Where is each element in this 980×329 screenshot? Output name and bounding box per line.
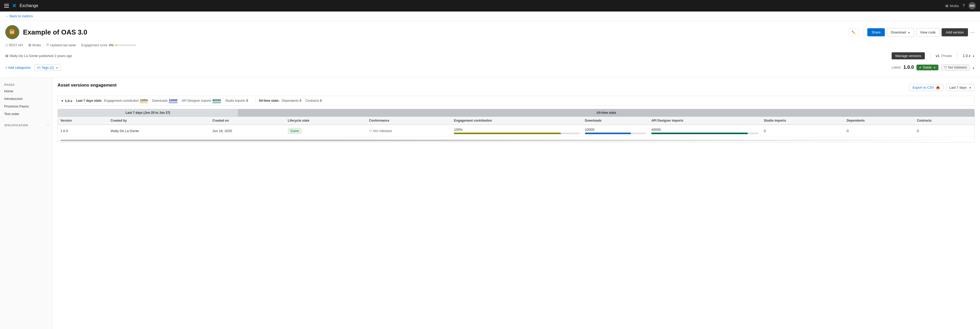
export-row: Asset versions engagement Export to CSV … bbox=[57, 83, 975, 92]
engagement-table: Last 7 days (Jun 20 to Jun 27) All-time … bbox=[57, 109, 975, 143]
col-downloads: Downloads bbox=[582, 117, 649, 125]
main-layout: PAGES Home Introduccion Proximos Pasos T… bbox=[0, 78, 980, 329]
content-area: Asset versions engagement Export to CSV … bbox=[52, 78, 980, 329]
sidebar-item-test-order[interactable]: Test order bbox=[0, 110, 52, 118]
conformance-badge: 🛡 Not Validated bbox=[369, 129, 449, 133]
add-categories-button[interactable]: + Add categories bbox=[5, 66, 30, 70]
collapse-button[interactable] bbox=[972, 65, 975, 70]
col-created-on: Created on bbox=[210, 117, 285, 125]
last7-header: Last 7 days (Jun 20 to Jun 27) bbox=[58, 109, 238, 117]
add-version-button[interactable]: Add version bbox=[942, 28, 968, 37]
sidebar-specification-section: SPECIFICATION ⋯ bbox=[0, 122, 52, 128]
stat-studio-imports: Studio imports 0 bbox=[225, 99, 248, 103]
version-chevron-icon bbox=[972, 54, 975, 58]
more-options-button[interactable]: ⋯ bbox=[970, 29, 975, 35]
engagement-bar bbox=[115, 45, 136, 46]
sidebar-item-introduccion[interactable]: Introduccion bbox=[0, 95, 52, 103]
api-designer-progress bbox=[651, 133, 759, 134]
engagement-progress bbox=[454, 133, 580, 134]
cell-conformance: 🛡 Not Validated bbox=[367, 125, 451, 137]
cell-dependents: 0 bbox=[844, 125, 914, 137]
time-range-button[interactable]: Last 7 days bbox=[946, 84, 975, 91]
sidebar: PAGES Home Introduccion Proximos Pasos T… bbox=[0, 78, 52, 329]
stats-version[interactable]: ▾ 1.0.x bbox=[62, 99, 72, 103]
cell-studio: 0 bbox=[761, 125, 844, 137]
asset-updated: ⏱ Updated last week bbox=[46, 43, 76, 47]
stable-icon: ✔ bbox=[919, 66, 922, 69]
api-icon: ⬡ bbox=[5, 43, 8, 47]
logo-icon: ✕ bbox=[12, 3, 16, 9]
cell-created-on: Jun 16, 2020 bbox=[210, 125, 285, 137]
sidebar-item-proximos-pasos[interactable]: Proximos Pasos bbox=[0, 103, 52, 110]
published-icon: 🏛 bbox=[5, 54, 9, 58]
export-icon: 📥 bbox=[936, 86, 940, 89]
stat-api-imports: API Designer imports 40000 bbox=[182, 99, 221, 103]
downloads-progress bbox=[585, 133, 646, 134]
shield-icon: 🛡 bbox=[369, 129, 372, 133]
cell-api-designer: 40000 bbox=[649, 125, 761, 137]
breadcrumb[interactable]: ← Back to metrics bbox=[0, 11, 980, 21]
logo-text: Exchange bbox=[20, 3, 38, 8]
col-conformance: Conformance bbox=[367, 117, 451, 125]
tag-icon: 🏷 bbox=[37, 66, 41, 70]
table-scrollbar[interactable] bbox=[58, 137, 975, 142]
col-lifecycle: Lifecycle state bbox=[285, 117, 367, 125]
stable-badge[interactable]: ✔ Stable bbox=[916, 65, 939, 70]
asset-name: Example of OAS 3.0 bbox=[23, 28, 88, 37]
version-row: 🏛 Wally De La Gente published 3 years ag… bbox=[5, 49, 975, 62]
table-header-groups: Last 7 days (Jun 20 to Jun 27) All-time … bbox=[58, 109, 975, 117]
tags-chevron-icon bbox=[55, 66, 58, 70]
table-row: 1.0.0 Wally De La Gente Jun 16, 2020 Sta… bbox=[58, 125, 975, 137]
share-button[interactable]: Share bbox=[867, 28, 885, 37]
stat-contracts: Contracts 0 bbox=[305, 99, 321, 103]
stats-divider bbox=[255, 98, 256, 103]
sidebar-pages-section: PAGES bbox=[0, 82, 52, 87]
api-designer-progress-fill bbox=[651, 133, 748, 134]
latest-label: Latest bbox=[892, 65, 901, 69]
last7-label: Last 7 days stats: bbox=[76, 99, 102, 103]
engagement-value: 100% bbox=[140, 99, 148, 103]
asset-header: 🏛 Example of OAS 3.0 ✏️ Share Download V… bbox=[0, 21, 980, 78]
asset-meta: ⬡ REST API 🏛 Mulita ⏱ Updated last week … bbox=[5, 41, 975, 49]
stat-engagement: Engagement contribution 100% bbox=[104, 99, 148, 103]
alltime-label: All-time stats: bbox=[259, 99, 280, 103]
sidebar-more-icon[interactable]: ⋯ bbox=[46, 124, 50, 127]
versions-table: Version Created by Created on Lifecycle … bbox=[58, 117, 975, 137]
downloads-value: 10000 bbox=[169, 99, 177, 103]
asset-type: ⬡ REST API bbox=[5, 43, 23, 47]
user-avatar[interactable]: WD bbox=[969, 2, 976, 10]
latest-version: 1.0.0 bbox=[904, 65, 914, 70]
manage-versions-button[interactable]: Manage versions bbox=[892, 52, 925, 59]
col-studio: Studio imports bbox=[761, 117, 844, 125]
cell-created-by: Wally De La Gente bbox=[108, 125, 210, 137]
horizontal-scrollbar[interactable] bbox=[60, 140, 972, 141]
cell-lifecycle: Stable bbox=[285, 125, 367, 137]
sidebar-item-home[interactable]: Home bbox=[0, 87, 52, 95]
asset-owner: 🏛 Mulita bbox=[28, 43, 41, 47]
col-created-by: Created by bbox=[108, 117, 210, 125]
col-engagement: Engagement contribution bbox=[451, 117, 582, 125]
hamburger-menu[interactable] bbox=[4, 4, 9, 8]
published-info: 🏛 Wally De La Gente published 3 years ag… bbox=[5, 54, 72, 58]
api-imports-value: 40000 bbox=[212, 99, 221, 103]
version-select[interactable]: 1.0.x bbox=[963, 54, 975, 58]
export-csv-button[interactable]: Export to CSV 📥 bbox=[909, 84, 943, 91]
timerange-chevron-icon bbox=[968, 86, 971, 89]
chevron-icon: ▾ bbox=[62, 99, 63, 103]
owner-icon: 🏛 bbox=[28, 43, 31, 47]
table-header-row: Version Created by Created on Lifecycle … bbox=[58, 117, 975, 125]
tags-button[interactable]: 🏷 Tags (2) bbox=[34, 64, 61, 71]
cell-version: 1.0.0 bbox=[58, 125, 108, 137]
nav-user[interactable]: 🏛 Mulita bbox=[945, 4, 959, 8]
lifecycle-badge: Stable bbox=[288, 129, 301, 134]
view-code-button[interactable]: View code bbox=[916, 28, 940, 37]
edit-button[interactable]: ✏️ bbox=[848, 29, 859, 36]
downloads-progress-fill bbox=[585, 133, 631, 134]
stat-downloads: Downloads 10000 bbox=[152, 99, 178, 103]
engagement-score: Engagement score 6% bbox=[81, 43, 136, 47]
tags-row: + Add categories 🏷 Tags (2) bbox=[5, 62, 61, 74]
help-icon[interactable]: ? bbox=[963, 3, 965, 8]
download-button[interactable]: Download bbox=[887, 28, 914, 37]
cell-contracts: 0 bbox=[914, 125, 975, 137]
engagement-progress-fill bbox=[454, 133, 561, 134]
